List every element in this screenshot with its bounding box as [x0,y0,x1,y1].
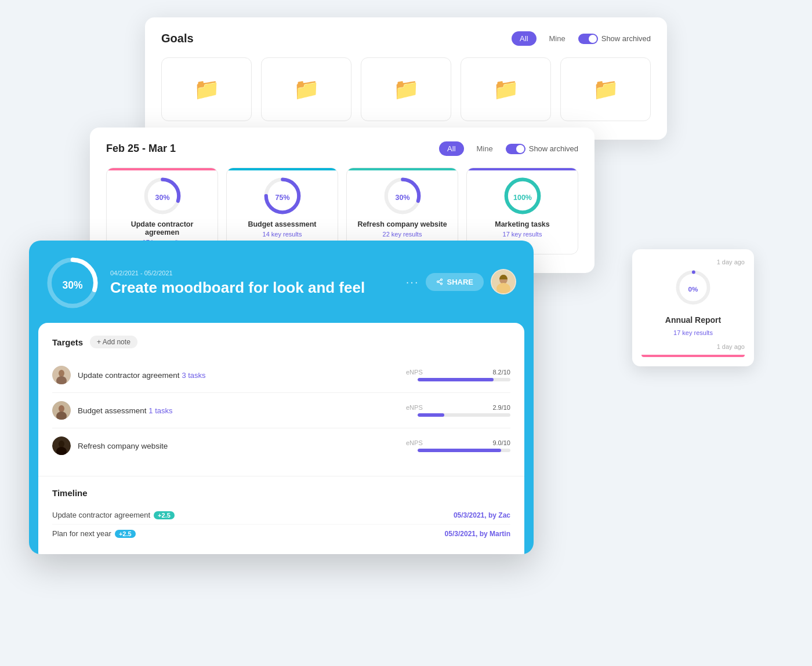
progress-fill-3 [418,449,501,452]
weekly-header: Feb 25 - Mar 1 All Mine Show archived [106,141,578,156]
donut-75-blue: 75% [264,177,301,214]
moodboard-header: 30% 04/2/2021 - 05/2/2021 Create moodboa… [29,241,534,323]
folder-icon: 📁 [194,77,220,101]
annual-key-results: 17 key results [673,329,713,336]
donut-100-purple: 100% [504,177,541,214]
folder-icon: 📁 [593,77,619,101]
svg-line-22 [439,280,441,281]
target-tasks-link-2[interactable]: 1 tasks [148,406,172,415]
more-options-btn[interactable]: ··· [406,275,419,289]
timeline-section: Timeline Update contractor agreement +2.… [38,476,524,554]
share-button[interactable]: SHARE [426,273,484,291]
target-avatar-2 [52,401,71,420]
svg-point-30 [59,405,64,412]
timeline-meta-1: 05/3/2021, by Zac [454,511,510,519]
goals-card: Goals All Mine Show archived 📁 📁 📁 [145,17,667,140]
toggle-track [578,34,598,44]
timeline-badge-2: +2.5 [115,530,136,538]
show-archived-toggle[interactable]: Show archived [578,34,651,44]
metric-label-row-1: eNPS 8.2/10 [406,369,510,376]
goal-card-sub-4: 17 key results [503,231,542,238]
svg-point-18 [441,279,443,281]
annual-time-ago: 1 day ago [641,259,745,265]
moodboard-donut: 30% [46,257,99,309]
folder-icon: 📁 [393,77,419,101]
goal-card-name-1: Update contractor agreemen [114,220,211,236]
svg-text:100%: 100% [513,194,532,202]
timeline-badge-1: +2.5 [154,511,175,519]
weekly-show-archived-toggle[interactable]: Show archived [506,144,578,154]
target-name-2: Budget assessment [78,406,147,415]
metric-label-row-2: eNPS 2.9/10 [406,404,510,411]
donut-30-pink: 30% [144,177,181,214]
svg-text:30%: 30% [155,194,169,202]
timeline-row-2: Plan for next year +2.5 05/3/2021, by Ma… [52,525,510,543]
filter-mine-btn[interactable]: Mine [541,31,574,46]
goals-filter-group: All Mine Show archived [512,31,651,46]
weekly-filter-mine-btn[interactable]: Mine [469,141,501,156]
target-avatar-3 [52,436,71,455]
share-label: SHARE [447,278,473,286]
timeline-name-2: Plan for next year +2.5 [52,529,445,538]
target-info-3: Refresh company website [78,442,399,450]
metric-label-row-3: eNPS 9.0/10 [406,439,510,446]
folder-item[interactable]: 📁 [560,57,651,121]
goals-header: Goals All Mine Show archived [161,31,651,46]
goal-card-name-2: Budget assessment [248,220,316,228]
weekly-filter-all-btn[interactable]: All [439,141,463,156]
add-note-button[interactable]: + Add note [90,336,137,348]
progress-fill-1 [418,378,494,381]
metric-label-2: eNPS [406,404,423,411]
toggle-thumb [589,35,597,43]
weekly-toggle-thumb [516,145,524,153]
target-metric-3: eNPS 9.0/10 [406,439,510,452]
metric-value-1: 8.2/10 [492,369,510,376]
timeline-person-1: Zac [498,511,510,519]
targets-header: Targets + Add note [52,336,510,348]
target-row-3: Refresh company website eNPS 9.0/10 [52,428,510,463]
moodboard-body: Targets + Add note Update contractor agr… [38,323,524,476]
filter-all-btn[interactable]: All [512,31,536,46]
svg-point-27 [59,370,64,377]
goal-card-sub-3: 22 key results [383,231,422,238]
timeline-person-2: Martin [490,530,510,538]
target-metric-2: eNPS 2.9/10 [406,404,510,417]
user-avatar-main [491,269,516,294]
timeline-row-1: Update contractor agreement +2.5 05/3/20… [52,506,510,525]
svg-text:75%: 75% [275,194,289,202]
metric-label-3: eNPS [406,439,423,446]
folder-item[interactable]: 📁 [261,57,351,121]
weekly-toggle-track [506,144,525,154]
progress-bg-3 [418,449,510,452]
moodboard-actions: ··· SHARE [406,269,516,294]
weekly-show-archived-label: Show archived [529,144,578,153]
timeline-name-1: Update contractor agreement +2.5 [52,511,454,519]
target-avatar-1 [52,366,71,384]
weekly-title: Feb 25 - Mar 1 [106,143,176,155]
folder-item[interactable]: 📁 [461,57,551,121]
metric-value-3: 9.0/10 [492,439,510,446]
metric-label-1: eNPS [406,369,423,376]
svg-text:30%: 30% [395,194,409,202]
show-archived-label: Show archived [601,34,651,43]
annual-name: Annual Report [665,315,721,325]
targets-title: Targets [52,337,83,347]
goals-title: Goals [161,32,194,45]
annual-time-ago2: 1 day ago [641,343,745,350]
target-row-2: Budget assessment 1 tasks eNPS 2.9/10 [52,393,510,428]
folder-item[interactable]: 📁 [361,57,451,121]
svg-line-21 [439,282,441,283]
target-tasks-link-1[interactable]: 3 tasks [182,371,205,380]
folder-row: 📁 📁 📁 📁 📁 [161,57,651,121]
annual-donut: 0% [676,270,710,305]
target-name-3: Refresh company website [78,442,168,450]
goal-card-name-3: Refresh company website [357,220,447,228]
progress-bg-1 [418,378,510,381]
folder-item[interactable]: 📁 [161,57,252,121]
annual-body: 0% Annual Report 17 key results 1 day ag… [641,270,745,350]
folder-icon: 📁 [293,77,320,101]
target-info-2: Budget assessment 1 tasks [78,406,399,415]
svg-point-19 [437,281,439,283]
target-name-1: Update contractor agreement [78,371,180,380]
goal-card-name-4: Marketing tasks [495,220,549,228]
